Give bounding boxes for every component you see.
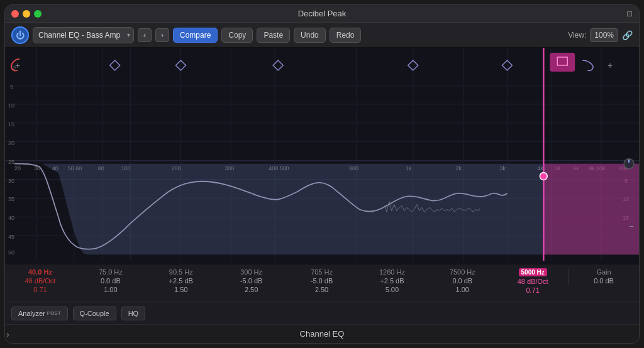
svg-text:15: 15 <box>8 121 14 128</box>
gain-value: 0.0 dB <box>594 277 614 285</box>
band-8-q: 0.71 <box>526 286 539 294</box>
link-icon[interactable]: 🔗 <box>622 30 633 40</box>
eq-svg: 0 5 10 15 20 25 30 35 40 45 50 0 5 10 15… <box>5 48 639 261</box>
svg-rect-64 <box>550 53 575 72</box>
nav-back-button[interactable]: ‹ <box>138 28 152 42</box>
analyzer-button[interactable]: Analyzer POST <box>11 307 68 320</box>
close-button[interactable] <box>11 10 19 18</box>
window-expand-icon[interactable]: ⊡ <box>626 9 633 18</box>
svg-text:5: 5 <box>10 84 13 90</box>
band-4-freq: 300 Hz <box>240 268 262 276</box>
band-info-row: 40.0 Hz 48 dB/Oct 0.71 75.0 Hz 0.0 dB 1.… <box>5 264 639 302</box>
svg-text:45: 45 <box>8 234 14 240</box>
band-6-freq: 1260 Hz <box>379 268 405 276</box>
status-text: Channel EQ <box>300 329 345 339</box>
undo-button[interactable]: Undo <box>294 28 326 43</box>
preset-select[interactable]: Channel EQ - Bass Amp <box>33 27 134 43</box>
svg-text:+: + <box>15 60 20 70</box>
redo-button[interactable]: Redo <box>330 28 362 43</box>
paste-button[interactable]: Paste <box>257 28 290 43</box>
nav-forward-button[interactable]: › <box>155 28 169 42</box>
band-2-freq: 75.0 Hz <box>99 268 123 276</box>
view-control: View: 100% 🔗 <box>568 28 633 42</box>
status-bar: › Channel EQ <box>5 324 639 343</box>
power-button[interactable]: ⏻ <box>11 26 29 44</box>
svg-text:30: 30 <box>8 178 14 184</box>
q-couple-label: Q-Couple <box>80 310 109 317</box>
band-7-gain: 0.0 dB <box>452 277 472 285</box>
band-6-q: 5.00 <box>386 286 399 293</box>
band-4-gain: -5.0 dB <box>240 277 262 285</box>
hq-button[interactable]: HQ <box>121 307 146 320</box>
svg-text:40: 40 <box>8 215 14 221</box>
gain-label: Gain <box>596 268 611 276</box>
band-2-info[interactable]: 75.0 Hz 0.0 dB 1.00 <box>75 268 146 293</box>
gain-info: Gain 0.0 dB <box>568 268 639 285</box>
collapse-chevron-icon[interactable]: › <box>6 329 9 339</box>
svg-text:20: 20 <box>14 165 21 171</box>
preset-container: Channel EQ - Bass Amp ▾ <box>33 27 134 43</box>
svg-text:25: 25 <box>8 159 14 165</box>
band-3-q: 1.50 <box>174 286 187 293</box>
svg-text:20: 20 <box>8 140 14 146</box>
band-1-q: 0.71 <box>33 286 47 293</box>
copy-button[interactable]: Copy <box>221 28 253 43</box>
band-7-info[interactable]: 7500 Hz 0.0 dB 1.00 <box>427 268 497 293</box>
band-8-gain: 48 dB/Oct <box>518 278 548 285</box>
band-4-q: 2.50 <box>245 286 258 293</box>
main-window: Decibel Peak ⊡ ⏻ Channel EQ - Bass Amp ▾… <box>4 4 640 344</box>
band-5-info[interactable]: 705 Hz -5.0 dB 2.50 <box>287 268 357 293</box>
band-2-q: 1.00 <box>104 286 117 293</box>
hq-label: HQ <box>128 310 139 317</box>
band-2-gain: 0.0 dB <box>101 277 121 285</box>
analyzer-sup: POST <box>47 310 61 316</box>
maximize-button[interactable] <box>34 10 42 18</box>
svg-rect-56 <box>543 164 639 255</box>
view-label: View: <box>568 31 586 40</box>
svg-text:−: − <box>629 221 634 231</box>
band-1-gain: 48 dB/Oct <box>25 277 55 285</box>
band-1-info[interactable]: 40.0 Hz 48 dB/Oct 0.71 <box>5 268 75 293</box>
svg-text:10: 10 <box>8 102 14 109</box>
band-6-info[interactable]: 1260 Hz +2.5 dB 5.00 <box>357 268 427 293</box>
title-bar: Decibel Peak ⊡ <box>5 5 639 23</box>
toolbar: ⏻ Channel EQ - Bass Amp ▾ ‹ › Compare Co… <box>5 23 639 48</box>
svg-point-58 <box>540 173 547 180</box>
minimize-button[interactable] <box>23 10 30 18</box>
band-3-gain: +2.5 dB <box>169 277 193 285</box>
band-6-gain: +2.5 dB <box>380 277 404 285</box>
svg-text:35: 35 <box>8 197 14 203</box>
band-1-freq: 40.0 Hz <box>28 268 52 276</box>
compare-button[interactable]: Compare <box>173 28 218 43</box>
bottom-toolbar: Analyzer POST Q-Couple HQ <box>5 302 639 324</box>
band-8-info[interactable]: 5000 Hz 48 dB/Oct 0.71 <box>497 268 568 294</box>
q-couple-button[interactable]: Q-Couple <box>73 307 116 320</box>
band-7-freq: 7500 Hz <box>450 268 475 276</box>
analyzer-label: Analyzer <box>18 310 45 317</box>
band-3-freq: 90.5 Hz <box>169 268 193 276</box>
window-title: Decibel Peak <box>298 9 347 18</box>
band-4-info[interactable]: 300 Hz -5.0 dB 2.50 <box>216 268 287 293</box>
band-7-q: 1.00 <box>456 286 469 293</box>
view-percent[interactable]: 100% <box>590 28 618 42</box>
band-8-freq: 5000 Hz <box>519 268 547 276</box>
eq-display[interactable]: 0 5 10 15 20 25 30 35 40 45 50 0 5 10 15… <box>5 48 639 264</box>
band-5-gain: -5.0 dB <box>311 277 333 285</box>
svg-text:50: 50 <box>8 249 14 256</box>
band-3-info[interactable]: 90.5 Hz +2.5 dB 1.50 <box>146 268 216 293</box>
svg-text:+: + <box>608 60 613 70</box>
band-5-freq: 705 Hz <box>311 268 333 276</box>
band-5-q: 2.50 <box>315 286 328 293</box>
traffic-lights <box>11 10 42 18</box>
